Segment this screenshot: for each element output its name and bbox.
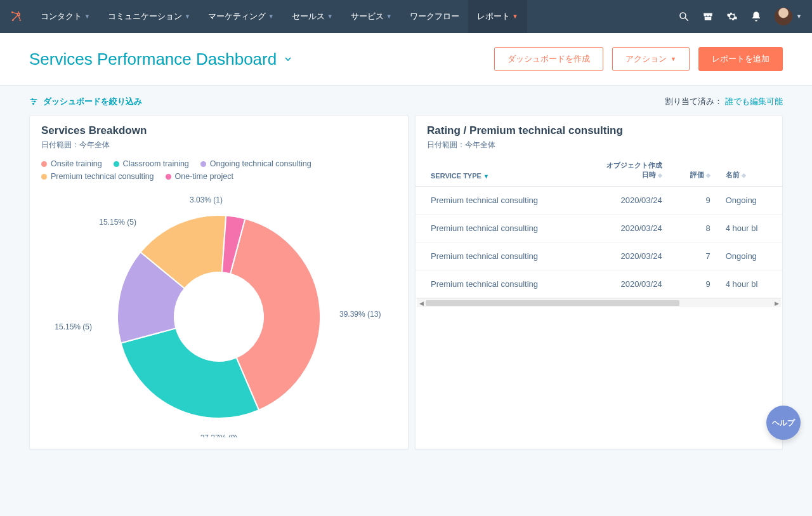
legend-item: One-time project xyxy=(166,172,233,181)
legend-item: Premium technical consulting xyxy=(41,172,154,181)
dashboard-filter-row: ダッシュボードを絞り込み 割り当て済み： 誰でも編集可能 xyxy=(0,86,812,115)
table-cell: 4 hour bl xyxy=(718,215,782,242)
legend-dot-icon xyxy=(114,161,119,167)
pie-label: 27.27% (9) xyxy=(200,433,238,437)
chevron-down-icon: ▼ xyxy=(327,13,333,20)
table-cell: 9 xyxy=(670,187,718,215)
svg-point-4 xyxy=(20,20,21,21)
actions-dropdown-button[interactable]: アクション ▼ xyxy=(612,47,690,71)
nav-item-レポート[interactable]: レポート ▼ xyxy=(468,0,527,33)
nav-item-ワークフロー[interactable]: ワークフロー xyxy=(401,0,468,33)
top-nav: コンタクト ▼コミュニケーション ▼マーケティング ▼セールス ▼サービス ▼ワ… xyxy=(0,0,812,33)
user-menu[interactable]: ▼ xyxy=(775,8,802,25)
table-header[interactable]: SERVICE TYPE▼ xyxy=(416,154,592,187)
nav-item-コミュニケーション[interactable]: コミュニケーション ▼ xyxy=(99,0,199,33)
table-card-title: Rating / Premium technical consulting xyxy=(427,124,771,137)
table-header[interactable]: 名前◆ xyxy=(718,154,782,187)
table-cell: 2020/03/24 xyxy=(592,242,669,270)
help-button[interactable]: ヘルプ xyxy=(766,406,801,440)
chart-card-title: Services Breakdown xyxy=(41,124,396,137)
dashboard-title-dropdown[interactable]: Services Performance Dashboard xyxy=(29,50,293,69)
filter-icon xyxy=(29,97,38,106)
sort-icon: ◆ xyxy=(706,172,710,178)
table-row[interactable]: Premium technical consulting2020/03/2484… xyxy=(416,215,782,242)
table-cell: Premium technical consulting xyxy=(416,270,592,298)
legend-item: Ongoing technical consulting xyxy=(200,159,311,168)
legend-dot-icon xyxy=(200,161,206,167)
donut-chart: 39.39% (13)27.27% (9)15.15% (5)15.15% (5… xyxy=(30,183,408,449)
table-cell: 7 xyxy=(670,242,718,270)
chevron-down-icon: ▼ xyxy=(671,56,676,62)
nav-item-セールス[interactable]: セールス ▼ xyxy=(283,0,342,33)
marketplace-icon[interactable] xyxy=(702,11,714,22)
svg-point-6 xyxy=(32,99,33,100)
table-header[interactable]: 評価◆ xyxy=(670,154,718,187)
filter-dashboard-link[interactable]: ダッシュボードを絞り込み xyxy=(29,96,142,107)
pie-label: 15.15% (5) xyxy=(99,218,136,227)
gear-icon[interactable] xyxy=(726,11,738,22)
table-row[interactable]: Premium technical consulting2020/03/249O… xyxy=(416,187,782,215)
table-cell: 4 hour bl xyxy=(718,270,782,298)
pie-slice[interactable] xyxy=(121,328,259,418)
chevron-down-icon: ▼ xyxy=(84,13,90,20)
search-icon[interactable] xyxy=(678,11,690,22)
svg-point-1 xyxy=(18,14,19,15)
nav-item-マーケティング[interactable]: マーケティング ▼ xyxy=(199,0,283,33)
chart-card-subtitle: 日付範囲：今年全体 xyxy=(41,140,396,150)
table-cell: Premium technical consulting xyxy=(416,242,592,270)
rating-table: SERVICE TYPE▼オブジェクト作成日時◆評価◆名前◆ Premium t… xyxy=(416,154,782,298)
scroll-left-icon[interactable]: ◀ xyxy=(417,299,426,308)
services-breakdown-card: Services Breakdown 日付範囲：今年全体 Onsite trai… xyxy=(29,115,409,449)
rating-table-card: Rating / Premium technical consulting 日付… xyxy=(415,115,783,449)
table-cell: 2020/03/24 xyxy=(592,215,669,242)
chevron-down-icon: ▼ xyxy=(513,13,518,20)
create-dashboard-button[interactable]: ダッシュボードを作成 xyxy=(494,47,603,71)
table-cell: 2020/03/24 xyxy=(592,187,669,215)
legend-dot-icon xyxy=(41,174,47,180)
header-actions: ダッシュボードを作成 アクション ▼ レポートを追加 xyxy=(494,47,783,71)
chevron-down-icon: ▼ xyxy=(796,13,802,20)
svg-point-7 xyxy=(34,101,36,102)
scrollbar-thumb[interactable] xyxy=(426,300,679,306)
chevron-down-icon: ▼ xyxy=(185,13,190,20)
hubspot-logo-icon[interactable] xyxy=(10,10,23,23)
table-cell: 2020/03/24 xyxy=(592,270,669,298)
table-row[interactable]: Premium technical consulting2020/03/2494… xyxy=(416,270,782,298)
pie-label: 39.39% (13) xyxy=(339,310,381,319)
table-cell: 9 xyxy=(670,270,718,298)
legend-item: Onsite training xyxy=(41,159,102,168)
table-cell: Ongoing xyxy=(718,187,782,215)
chevron-down-icon: ▼ xyxy=(386,13,392,20)
svg-point-5 xyxy=(680,13,686,18)
table-cell: Ongoing xyxy=(718,242,782,270)
bell-icon[interactable] xyxy=(750,11,762,22)
page-header: Services Performance Dashboard ダッシュボードを作… xyxy=(0,33,812,86)
page-title: Services Performance Dashboard xyxy=(29,50,277,69)
table-card-subtitle: 日付範囲：今年全体 xyxy=(427,140,771,150)
horizontal-scrollbar[interactable]: ◀ ▶ xyxy=(417,298,781,307)
assigned-permission-link[interactable]: 誰でも編集可能 xyxy=(725,96,783,106)
add-report-button[interactable]: レポートを追加 xyxy=(698,47,783,71)
sort-icon: ◆ xyxy=(742,172,746,178)
sort-icon: ◆ xyxy=(658,172,662,178)
table-cell: Premium technical consulting xyxy=(416,215,592,242)
nav-items: コンタクト ▼コミュニケーション ▼マーケティング ▼セールス ▼サービス ▼ワ… xyxy=(32,0,527,33)
nav-item-コンタクト[interactable]: コンタクト ▼ xyxy=(32,0,99,33)
assigned-label: 割り当て済み： 誰でも編集可能 xyxy=(665,96,783,107)
chart-legend: Onsite trainingClassroom trainingOngoing… xyxy=(41,154,408,183)
dashboard-cards: Services Breakdown 日付範囲：今年全体 Onsite trai… xyxy=(0,115,812,475)
nav-utility-icons: ▼ xyxy=(678,8,802,25)
legend-dot-icon xyxy=(41,161,47,167)
table-row[interactable]: Premium technical consulting2020/03/247O… xyxy=(416,242,782,270)
chevron-down-icon: ▼ xyxy=(268,13,274,20)
table-cell: Premium technical consulting xyxy=(416,187,592,215)
nav-item-サービス[interactable]: サービス ▼ xyxy=(342,0,401,33)
svg-point-8 xyxy=(33,103,34,105)
legend-item: Classroom training xyxy=(114,159,189,168)
table-header[interactable]: オブジェクト作成日時◆ xyxy=(592,154,669,187)
scroll-right-icon[interactable]: ▶ xyxy=(772,299,781,308)
pie-label: 3.03% (1) xyxy=(190,195,223,204)
sort-icon: ▼ xyxy=(483,173,489,180)
chevron-down-icon xyxy=(283,54,293,64)
legend-dot-icon xyxy=(166,174,171,180)
